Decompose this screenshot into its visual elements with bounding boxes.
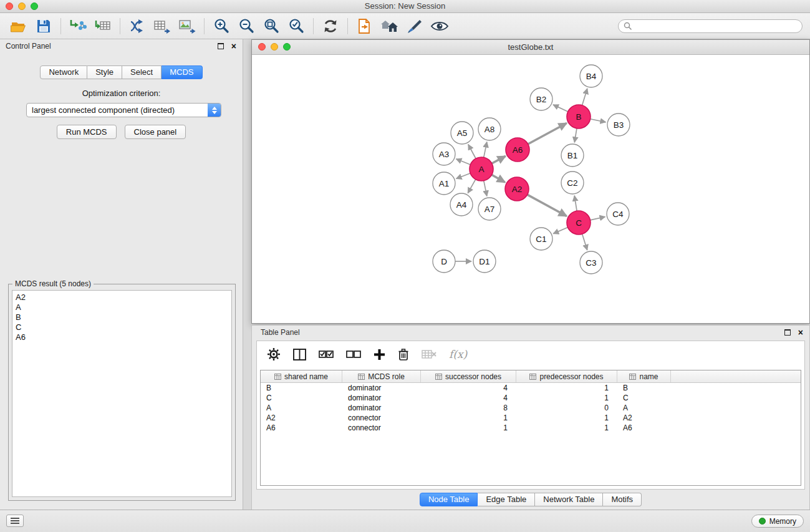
graph-node-label: B2 — [536, 95, 547, 104]
memory-indicator-icon — [759, 518, 766, 525]
deselect-all-button[interactable] — [346, 349, 361, 359]
import-table-button[interactable] — [90, 15, 115, 37]
delete-column-button[interactable] — [422, 349, 436, 360]
graph-edge-A-A3[interactable] — [456, 159, 470, 165]
refresh-button[interactable] — [318, 15, 343, 37]
cell-MCDS-role: connector — [342, 423, 421, 433]
close-panel-button[interactable]: Close panel — [125, 125, 186, 139]
control-tab-style[interactable]: Style — [87, 65, 122, 79]
open-session-button[interactable] — [6, 15, 31, 37]
close-panel-icon[interactable]: × — [231, 42, 236, 50]
cell-predecessor-nodes: 1 — [516, 383, 617, 393]
table-row[interactable]: A2connector11A2 — [261, 413, 801, 423]
memory-button[interactable]: Memory — [751, 515, 804, 528]
graph-edge-A-A4[interactable] — [468, 180, 475, 193]
mcds-result-item[interactable]: B — [16, 312, 231, 322]
graph-node-label: D1 — [479, 257, 489, 266]
mcds-buttons-row: Run MCDS Close panel — [0, 125, 243, 139]
select-all-button[interactable] — [319, 349, 334, 359]
graph-edge-C-C2[interactable] — [574, 196, 577, 211]
table-row[interactable]: Cdominator41C — [261, 393, 801, 403]
graph-edge-A6-B[interactable] — [528, 123, 567, 143]
graph-node-label: A2 — [512, 185, 523, 194]
run-mcds-button[interactable]: Run MCDS — [57, 125, 117, 139]
deselect-all-icon — [346, 349, 361, 359]
graph-edge-A-A7[interactable] — [484, 181, 487, 196]
table-tab-node-table[interactable]: Node Table — [420, 493, 478, 506]
graph-edge-A2-C[interactable] — [528, 195, 567, 216]
cell-MCDS-role: dominator — [342, 393, 421, 403]
graph-edge-A-A5[interactable] — [468, 145, 476, 159]
graph-node-label: C3 — [586, 258, 596, 268]
criterion-dropdown[interactable]: largest connected component (directed) — [26, 103, 221, 117]
graph-edge-A-A2[interactable] — [492, 175, 505, 182]
zoom-out-button[interactable] — [234, 15, 259, 37]
zoom-fit-icon — [263, 17, 280, 34]
graph-edge-C-C1[interactable] — [553, 228, 567, 234]
network-canvas[interactable]: B4B2BB3A5A8A6B1A3AC2A1A2A4A7C4CC1C3DD1 — [252, 55, 809, 323]
zoom-in-button[interactable] — [209, 15, 234, 37]
mcds-result-item[interactable]: A2 — [16, 293, 231, 302]
graph-edge-A-A1[interactable] — [456, 173, 471, 179]
export-table-button[interactable] — [150, 15, 175, 37]
mcds-result-list[interactable]: A2ABCA6 — [12, 290, 232, 497]
table-tab-edge-table[interactable]: Edge Table — [478, 493, 535, 506]
hide-panel-button[interactable] — [352, 15, 377, 37]
table-row[interactable]: Adominator80A — [261, 403, 801, 413]
mcds-result-item[interactable]: A6 — [16, 332, 231, 342]
column-header-name[interactable]: name — [617, 370, 671, 382]
graph-edge-A-A8[interactable] — [484, 142, 487, 158]
graph-edge-A-A6[interactable] — [492, 156, 506, 163]
panel-toggle-button[interactable] — [6, 515, 24, 527]
float-panel-icon[interactable] — [218, 43, 224, 49]
network-window: testGlobe.txt B4B2BB3A5A8A6B1A3AC2A1A2A4… — [251, 39, 810, 324]
column-header-predecessor-nodes[interactable]: predecessor nodes — [516, 370, 617, 382]
control-tab-network[interactable]: Network — [40, 65, 87, 79]
table-tab-network-table[interactable]: Network Table — [535, 493, 603, 506]
column-header-successor-nodes[interactable]: successor nodes — [421, 370, 516, 382]
control-tab-select[interactable]: Select — [122, 65, 162, 79]
show-graphics-button[interactable] — [427, 15, 452, 37]
import-network-button[interactable] — [65, 15, 90, 37]
table-row[interactable]: A6connector11A6 — [261, 423, 801, 433]
graph-node-label: A — [478, 165, 484, 174]
delete-row-button[interactable] — [398, 348, 409, 361]
mcds-result-item[interactable]: A — [16, 302, 231, 312]
graph-node-label: B — [576, 112, 581, 122]
graph-edge-B-B3[interactable] — [591, 119, 606, 122]
table-panel-body: f(x) shared nameMCDS rolesuccessor nodes… — [256, 341, 805, 490]
graph-edge-B-B4[interactable] — [582, 89, 587, 105]
criterion-value: largest connected component (directed) — [27, 105, 175, 115]
graph-node-label: D — [441, 257, 447, 266]
style-brush-button[interactable] — [402, 15, 427, 37]
graph-edge-C-C3[interactable] — [582, 234, 587, 250]
new-network-button[interactable] — [125, 15, 150, 37]
plus-icon — [374, 349, 385, 360]
column-selector-button[interactable] — [293, 349, 306, 360]
graph-edge-B-B1[interactable] — [574, 128, 577, 143]
export-image-button[interactable] — [175, 15, 200, 37]
graph-edge-B-B2[interactable] — [553, 105, 568, 112]
graph-edge-C-C4[interactable] — [591, 217, 605, 220]
graph-node-label: A1 — [439, 179, 450, 188]
table-row[interactable]: Bdominator41B — [261, 383, 801, 393]
add-column-button[interactable] — [374, 349, 385, 360]
search-input[interactable] — [635, 21, 797, 31]
zoom-selected-button[interactable] — [284, 15, 309, 37]
table-header-filler — [671, 370, 801, 382]
mcds-result-item[interactable]: C — [16, 322, 231, 332]
close-table-panel-icon[interactable]: × — [798, 329, 803, 336]
function-label: f(x) — [449, 348, 467, 360]
table-settings-button[interactable] — [267, 347, 281, 361]
function-builder-button[interactable]: f(x) — [449, 348, 467, 360]
zoom-fit-button[interactable] — [259, 15, 284, 37]
home-button[interactable] — [377, 15, 402, 37]
save-session-button[interactable] — [31, 15, 56, 37]
table-tab-motifs[interactable]: Motifs — [603, 493, 642, 506]
column-header-MCDS-role[interactable]: MCDS role — [342, 370, 421, 382]
optimization-criterion-label: Optimization criterion: — [0, 89, 243, 98]
column-header-shared-name[interactable]: shared name — [261, 370, 342, 382]
control-tab-mcds[interactable]: MCDS — [162, 65, 202, 79]
float-table-panel-icon[interactable] — [784, 329, 791, 336]
cell-predecessor-nodes: 1 — [516, 413, 617, 423]
